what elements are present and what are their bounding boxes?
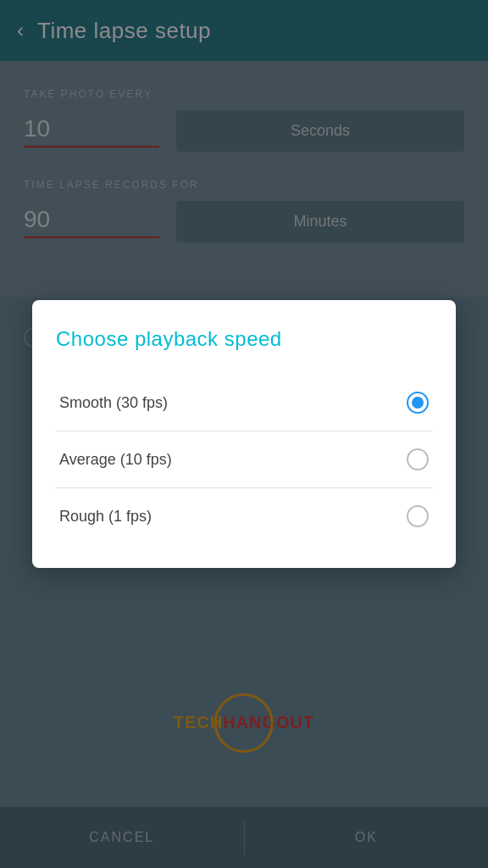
option-smooth[interactable]: Smooth (30 fps) <box>56 375 432 431</box>
option-rough-label: Rough (1 fps) <box>59 508 152 526</box>
option-smooth-radio[interactable] <box>407 392 429 414</box>
option-rough[interactable]: Rough (1 fps) <box>56 488 432 544</box>
option-average-label: Average (10 fps) <box>59 451 172 469</box>
option-average[interactable]: Average (10 fps) <box>56 431 432 488</box>
playback-speed-dialog: Choose playback speed Smooth (30 fps) Av… <box>32 300 456 568</box>
dialog-title: Choose playback speed <box>56 327 432 351</box>
overlay: Choose playback speed Smooth (30 fps) Av… <box>0 0 488 868</box>
option-average-radio[interactable] <box>407 448 429 470</box>
option-smooth-label: Smooth (30 fps) <box>59 394 168 412</box>
option-rough-radio[interactable] <box>407 505 429 527</box>
